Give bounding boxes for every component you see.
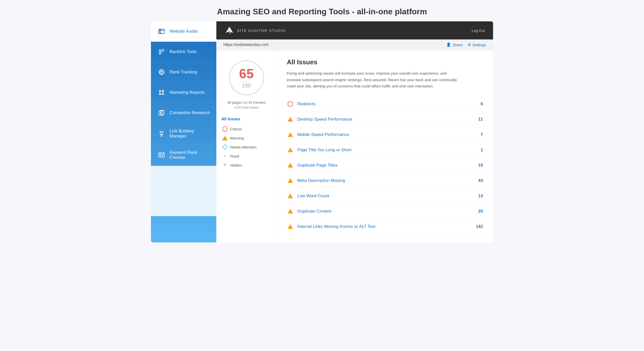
sidebar-item-link-building-manager[interactable]: Link Building Manager [151,123,216,144]
main-content: SITE AUDITOR STUDIO Log Out https://andr… [216,21,493,242]
issue-icon [287,162,294,169]
svg-line-9 [161,51,162,53]
page-title: Amazing SEO and Reporting Tools - all-in… [0,0,644,21]
share-button[interactable]: 👤 Share [446,42,463,47]
issue-icon [287,192,294,199]
warning-icon [288,117,293,122]
warning-icon [288,132,293,137]
filter-hidden[interactable]: 👁 Hidden [221,161,271,170]
svg-point-20 [159,93,161,95]
issue-left: Internal Links Missing Anchor or ALT Tex… [287,223,375,230]
score-circle: 65 100 [229,60,264,95]
issue-count: 142 [476,224,483,229]
filter-critical[interactable]: Critical [221,124,271,133]
issue-icon [287,146,294,154]
filter-needs-label: Needs Attention [230,145,257,149]
filter-needs-attention[interactable]: Needs Attention [221,142,271,152]
score-max: 100 [242,82,251,89]
issue-row[interactable]: Meta Description Missing 43 [287,173,483,188]
raven-logo: SITE AUDITOR STUDIO [224,25,286,35]
svg-point-2 [159,30,160,30]
issue-count: 1 [481,147,483,153]
issues-container: 65 100 58 pages | in 33 minutes 1150 tot… [216,50,493,242]
issue-count: 13 [478,193,483,198]
warning-icon [288,163,293,168]
sidebar-item-label: Keyword Rank Checker [170,150,210,160]
issue-row[interactable]: Mobile Speed Performance 7 [287,127,483,142]
svg-point-21 [162,93,164,95]
issue-row[interactable]: Internal Links Missing Anchor or ALT Tex… [287,219,483,234]
sidebar-item-website-audits[interactable]: Website Audits [151,21,216,42]
issue-left: Mobile Speed Performance [287,131,349,138]
issues-title: All Issues [287,58,483,66]
sidebar-item-marketing-reports[interactable]: Marketing Reports [151,82,216,103]
score-divider [242,81,252,81]
critical-icon [222,126,227,131]
sidebar-item-label: Rank Tracking [170,70,197,75]
website-audits-icon [157,27,166,36]
sidebar-item-label: Marketing Reports [170,90,205,95]
score-panel: 65 100 58 pages | in 33 minutes 1150 tot… [216,50,277,242]
svg-point-4 [159,31,161,33]
warning-icon [288,178,293,183]
issue-label: Redirects [297,102,315,107]
sidebar-item-rank-tracking[interactable]: Rank Tracking [151,62,216,82]
sidebar-item-label: Link Building Manager [170,129,210,139]
issue-count: 7 [481,132,483,137]
app-header-left: SITE AUDITOR STUDIO [224,25,286,35]
sidebar-item-keyword-rank-checker[interactable]: Keyword Rank Checker [151,144,216,166]
filter-hidden-label: Hidden [230,163,242,167]
issue-count: 6 [481,102,483,107]
warning-icon [288,147,293,152]
sidebar-item-label: Backlink Tools [170,49,196,54]
sidebar-item-label: Website Audits [170,29,198,34]
url-text: https://andrewansley.com [223,42,269,47]
issue-icon [287,223,294,230]
competitor-research-icon [157,108,166,117]
url-bar: https://andrewansley.com 👤 Share ⚙ Setti… [216,39,493,50]
issue-count: 43 [478,178,483,183]
svg-point-19 [162,90,164,92]
marketing-reports-icon [157,88,166,97]
issue-left: Desktop Speed Performance [287,116,352,123]
score-value: 65 [239,67,254,80]
sidebar-item-label: Competitor Research [170,110,210,115]
settings-icon: ⚙ [468,42,471,47]
issue-row[interactable]: Low Word Count 13 [287,188,483,204]
filter-fixed[interactable]: ✓ Fixed [221,152,271,161]
filter-all-issues[interactable]: All Issues [221,117,271,121]
issue-row[interactable]: Duplicate Content 20 [287,204,483,219]
needs-attention-icon [222,144,227,149]
svg-point-6 [159,52,161,54]
sidebar-bottom [151,166,216,216]
sidebar-item-competitor-research[interactable]: Competitor Research [151,103,216,123]
sidebar: Website Audits Backlink Tools [151,21,216,242]
settings-button[interactable]: ⚙ Settings [468,42,486,47]
issue-icon [287,101,294,108]
issue-left: Redirects [287,101,315,108]
issue-count: 20 [478,209,483,214]
issues-rows: Redirects 6 Desktop Speed Performance 11… [287,96,483,234]
hidden-icon: 👁 [222,163,227,168]
issue-left: Page Title Too Long or Short [287,146,351,154]
issue-row[interactable]: Page Title Too Long or Short 1 [287,142,483,158]
issue-label: Page Title Too Long or Short [297,147,351,153]
issue-row[interactable]: Desktop Speed Performance 11 [287,112,483,127]
issue-label: Duplicate Content [297,209,331,214]
warning-icon [288,193,293,198]
issue-icon [287,116,294,123]
issue-row[interactable]: Redirects 6 [287,96,483,112]
app-header: SITE AUDITOR STUDIO Log Out [216,21,493,39]
critical-icon [288,101,293,107]
issue-count: 10 [478,163,483,168]
filter-warning[interactable]: Warning [221,133,271,142]
filter-critical-label: Critical [230,127,242,131]
issue-icon [287,177,294,184]
issue-icon [287,131,294,138]
url-actions: 👤 Share ⚙ Settings [446,42,486,47]
issue-row[interactable]: Duplicate Page Titles 10 [287,158,483,173]
score-meta: 58 pages | in 33 minutes 1150 total issu… [227,101,265,109]
sidebar-item-backlink-tools[interactable]: Backlink Tools [151,42,216,62]
logout-button[interactable]: Log Out [472,28,485,33]
score-pages: 58 pages | in 33 minutes [227,101,265,105]
